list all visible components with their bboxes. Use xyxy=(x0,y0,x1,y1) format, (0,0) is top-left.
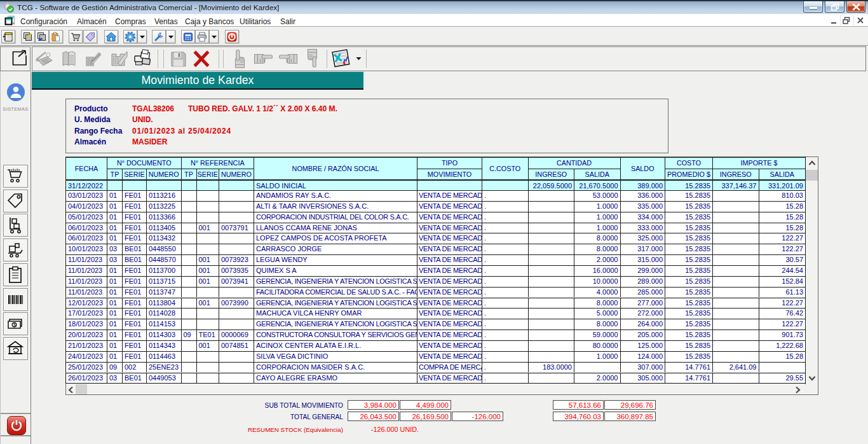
svg-text:$: $ xyxy=(13,323,17,328)
